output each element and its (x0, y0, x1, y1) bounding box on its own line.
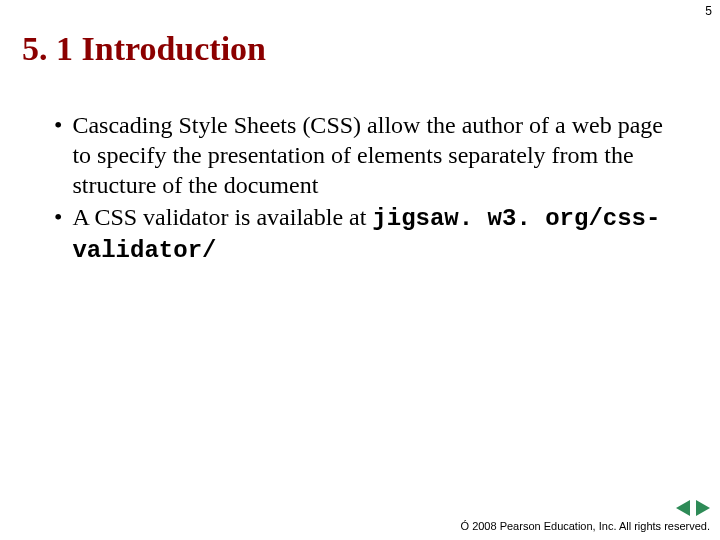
bullet-icon: • (54, 110, 62, 140)
prev-button[interactable] (676, 500, 690, 516)
bullet-text: Cascading Style Sheets (CSS) allow the a… (72, 110, 680, 200)
list-item: • Cascading Style Sheets (CSS) allow the… (54, 110, 680, 200)
page-title: 5. 1 Introduction (22, 30, 266, 68)
bullet-text: A CSS validator is available at jigsaw. … (72, 202, 680, 266)
bullet-text-prefix: A CSS validator is available at (72, 204, 372, 230)
next-button[interactable] (696, 500, 710, 516)
nav-buttons (676, 500, 710, 516)
list-item: • A CSS validator is available at jigsaw… (54, 202, 680, 266)
bullet-icon: • (54, 202, 62, 232)
copyright-text: Ó 2008 Pearson Education, Inc. All right… (461, 520, 710, 532)
page-number: 5 (705, 4, 712, 18)
footer: Ó 2008 Pearson Education, Inc. All right… (461, 500, 710, 532)
content-area: • Cascading Style Sheets (CSS) allow the… (54, 110, 680, 268)
